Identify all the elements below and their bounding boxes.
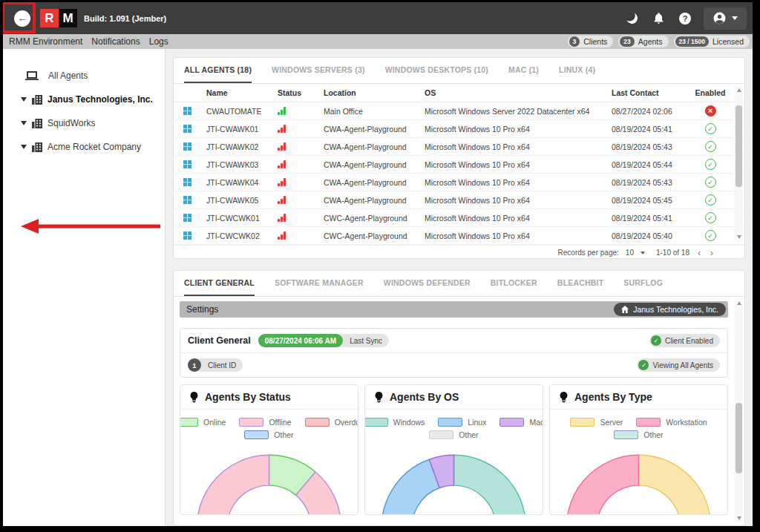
agent-location: CWA-Agent-Playground [324, 142, 425, 151]
agent-enabled-icon: ✓ [705, 212, 716, 223]
tab-windows-desktops[interactable]: WINDOWS DESKTOPS (10) [385, 58, 488, 83]
user-menu-button[interactable] [704, 7, 747, 30]
table-body: CWAUTOMATE Main Office Microsoft Windows… [174, 102, 744, 245]
legend-item[interactable]: Server [570, 418, 623, 427]
app-logo: R M [40, 9, 77, 27]
windows-logo-icon [183, 160, 206, 168]
agent-location: CWA-Agent-Playground [324, 125, 425, 134]
detail-tabs: CLIENT GENERAL SOFTWARE MANAGER WINDOWS … [174, 271, 744, 297]
viewing-all-agents-pill: ✓ Viewing All Agents [637, 358, 720, 372]
help-button[interactable]: ? [677, 10, 693, 27]
tab-windows-defender[interactable]: WINDOWS DEFENDER [384, 271, 471, 296]
sidebar-item-client-acme[interactable]: Acme Rocket Company [3, 135, 165, 159]
tab-bleachbit[interactable]: BLEACHBIT [557, 271, 603, 296]
home-icon [621, 306, 629, 313]
donut-chart [365, 450, 543, 514]
agents-by-os-chart-card: Agents By OS WindowsLinuxMacOther [364, 384, 543, 515]
legend-item[interactable]: Workstation [636, 418, 707, 427]
table-row[interactable]: JTI-CWAWK05 CWA-Agent-Playground Microso… [174, 191, 744, 209]
menu-rmm-environment[interactable]: RMM Environment [9, 36, 82, 47]
windows-logo-icon [183, 214, 206, 222]
tree-expand-icon[interactable] [21, 97, 27, 102]
tab-surflog[interactable]: SURFLOG [623, 271, 663, 296]
sidebar-item-all-agents[interactable]: All Agents [3, 64, 165, 88]
legend-label: Offline [269, 418, 291, 427]
menu-logs[interactable]: Logs [149, 36, 168, 47]
legend-label: Mac [529, 418, 543, 427]
scroll-down-icon[interactable] [737, 235, 741, 239]
agent-last-contact: 08/19/2024 05:41 [612, 214, 692, 223]
table-row[interactable]: JTI-CWCWK02 CWC-Agent-Playground Microso… [174, 227, 744, 245]
page-size-select[interactable]: 10 [626, 249, 634, 257]
tab-mac[interactable]: MAC (1) [508, 58, 539, 83]
scroll-up-icon[interactable] [737, 88, 741, 92]
table-row[interactable]: JTI-CWAWK01 CWA-Agent-Playground Microso… [174, 120, 744, 138]
client-name-label: SquidWorks [48, 118, 95, 128]
dark-mode-button[interactable] [623, 10, 640, 27]
status-signal-icon [278, 178, 324, 186]
table-scrollbar[interactable] [734, 86, 743, 241]
tab-all-agents[interactable]: ALL AGENTS (18) [184, 58, 252, 83]
chart-title: Agents By OS [390, 391, 459, 403]
status-signal-icon [278, 107, 324, 115]
sidebar-item-client-squidworks[interactable]: SquidWorks [3, 111, 165, 135]
chevron-down-icon[interactable] [641, 252, 645, 254]
scroll-down-icon[interactable] [737, 516, 741, 520]
legend-item[interactable]: Online [180, 418, 226, 427]
agent-os: Microsoft Windows 10 Pro x64 [425, 160, 612, 169]
agent-last-contact: 08/19/2024 05:40 [612, 231, 692, 240]
tree-expand-icon[interactable] [21, 121, 27, 125]
table-row[interactable]: CWAUTOMATE Main Office Microsoft Windows… [174, 102, 744, 120]
menu-notifications[interactable]: Notifications [91, 36, 140, 47]
charts-row: Agents By Status OnlineOfflineOverdueOth… [180, 384, 728, 515]
legend-item[interactable]: Offline [239, 418, 291, 427]
scroll-up-icon[interactable] [737, 301, 741, 305]
legend-item[interactable]: Other [429, 430, 478, 439]
legend-item[interactable]: Mac [499, 418, 543, 427]
legend-swatch-icon [614, 430, 638, 439]
detail-scrollbar[interactable] [734, 299, 743, 522]
tab-client-general[interactable]: CLIENT GENERAL [184, 271, 255, 296]
question-icon: ? [679, 13, 691, 24]
logo-letter-r: R [40, 9, 59, 27]
column-name: Name [206, 88, 278, 97]
legend-item[interactable]: Overdue [305, 418, 358, 427]
prev-page-icon[interactable]: ‹ [696, 248, 702, 258]
legend-item[interactable]: Windows [364, 418, 425, 427]
client-enabled-label: Client Enabled [665, 337, 713, 345]
table-row[interactable]: JTI-CWCWK01 CWC-Agent-Playground Microso… [174, 209, 744, 227]
agent-last-contact: 08/27/2024 02:06 [612, 107, 692, 116]
agent-last-contact: 08/19/2024 05:44 [612, 160, 692, 169]
collapse-sidebar-button[interactable]: ← [14, 10, 30, 27]
sidebar-item-client-janus[interactable]: Janus Technologies, Inc. [3, 88, 165, 111]
notifications-button[interactable] [650, 10, 666, 27]
legend-item[interactable]: Other [244, 430, 293, 439]
table-row[interactable]: JTI-CWAWK03 CWA-Agent-Playground Microso… [174, 156, 744, 174]
tab-bitlocker[interactable]: BITLOCKER [491, 271, 537, 296]
legend-swatch-icon [429, 430, 453, 439]
tab-windows-servers[interactable]: WINDOWS SERVERS (3) [272, 58, 365, 83]
bulb-icon [190, 392, 198, 403]
agent-os: Microsoft Windows 10 Pro x64 [425, 142, 612, 151]
tab-linux[interactable]: LINUX (4) [559, 58, 595, 83]
column-status: Status [278, 88, 324, 97]
chart-legend: WindowsLinuxMacOther [365, 410, 543, 443]
check-circle-icon: ✓ [651, 335, 661, 346]
agents-count-badge: 23 [620, 36, 634, 47]
scrollbar-thumb[interactable] [736, 105, 742, 187]
logo-letter-m: M [59, 9, 77, 27]
client-badge[interactable]: Janus Technologies, Inc. [614, 303, 726, 316]
tree-expand-icon[interactable] [21, 145, 27, 149]
agent-last-contact: 08/19/2024 05:43 [612, 178, 692, 187]
table-row[interactable]: JTI-CWAWK02 CWA-Agent-Playground Microso… [174, 138, 744, 156]
table-row[interactable]: JTI-CWAWK04 CWA-Agent-Playground Microso… [174, 174, 744, 191]
legend-item[interactable]: Linux [438, 418, 486, 427]
moon-icon [625, 11, 638, 24]
chart-title: Agents By Type [574, 391, 652, 403]
tab-software-manager[interactable]: SOFTWARE MANAGER [275, 271, 364, 296]
scrollbar-thumb[interactable] [736, 403, 742, 473]
annotation-red-arrow [19, 217, 162, 236]
client-name-label: Acme Rocket Company [48, 142, 141, 152]
legend-item[interactable]: Other [614, 430, 663, 439]
next-page-icon[interactable]: › [709, 248, 715, 258]
